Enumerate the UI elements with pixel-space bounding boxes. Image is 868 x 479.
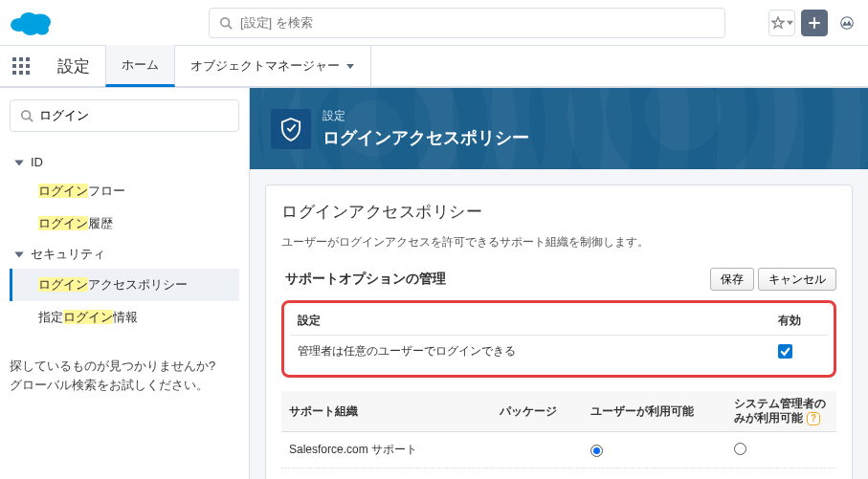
global-actions-button[interactable] <box>801 10 828 36</box>
svg-rect-19 <box>19 71 23 75</box>
app-launcher-icon[interactable] <box>0 45 42 87</box>
svg-rect-13 <box>19 57 23 61</box>
salesforce-logo <box>8 6 56 40</box>
svg-marker-7 <box>771 16 783 27</box>
chevron-down-icon <box>345 61 355 71</box>
svg-rect-17 <box>26 64 30 68</box>
svg-point-11 <box>841 16 854 29</box>
global-header <box>0 0 868 46</box>
main-panel: ログインアクセスポリシー ユーザーがログインアクセスを許可できるサポート組織を制… <box>265 185 853 479</box>
tree-item-login-access-policies[interactable]: ログインアクセスポリシー <box>10 269 239 301</box>
content-area: 設定 ログインアクセスポリシー ログインアクセスポリシー ユーザーがログインアク… <box>249 88 868 479</box>
col-user-available: ユーザーが利用可能 <box>583 391 726 432</box>
save-button[interactable]: 保存 <box>710 268 754 291</box>
svg-marker-24 <box>14 160 24 165</box>
chevron-down-icon <box>13 249 25 260</box>
quick-find-input[interactable] <box>39 109 229 123</box>
support-org-table: サポート組織 パッケージ ユーザーが利用可能 システム管理者のみが利用可能? S… <box>281 391 836 468</box>
svg-rect-16 <box>19 64 23 68</box>
trailhead-button[interactable] <box>834 10 860 36</box>
admin-login-checkbox[interactable] <box>778 344 792 359</box>
svg-marker-21 <box>346 64 354 69</box>
tab-object-manager[interactable]: オブジェクトマネージャー <box>175 45 371 87</box>
page-hero: 設定 ログインアクセスポリシー <box>250 88 868 169</box>
global-search-input[interactable] <box>240 15 715 30</box>
svg-rect-20 <box>26 71 30 75</box>
context-nav: 設定 ホーム オブジェクトマネージャー <box>0 46 868 88</box>
chevron-down-icon <box>13 157 25 168</box>
svg-line-6 <box>229 25 233 29</box>
tree-item-login-flows[interactable]: ログインフロー <box>10 175 239 207</box>
breadcrumb: 設定 <box>323 108 529 124</box>
svg-rect-18 <box>12 71 16 75</box>
favorites-button[interactable] <box>768 10 795 36</box>
org-name: Salesforce.com サポート <box>281 432 492 468</box>
sidebar-help-text: 探しているものが見つかりませんか? グローバル検索をお試しください。 <box>10 357 239 394</box>
help-icon[interactable]: ? <box>807 412 820 425</box>
svg-rect-15 <box>12 64 16 68</box>
col-enabled: 有効 <box>770 307 828 336</box>
tree-group-label: セキュリティ <box>31 246 105 263</box>
svg-point-22 <box>22 111 31 120</box>
svg-marker-25 <box>14 252 24 258</box>
svg-point-5 <box>221 17 230 26</box>
shield-icon <box>271 109 311 149</box>
settings-row: 管理者は任意のユーザーでログインできる <box>290 336 828 368</box>
svg-rect-12 <box>12 57 16 61</box>
tree-item-login-history[interactable]: ログイン履歴 <box>10 207 239 240</box>
tree-group-label: ID <box>31 155 43 169</box>
tree-group-security[interactable]: セキュリティ <box>10 240 239 269</box>
tab-home[interactable]: ホーム <box>105 45 175 87</box>
quick-find[interactable] <box>10 99 239 132</box>
col-package: パッケージ <box>492 391 583 432</box>
setup-tree: ID ログインフロー ログイン履歴 セキュリティ ログインアクセスポリシー 指定… <box>10 149 239 334</box>
setting-label: 管理者は任意のユーザーでログインできる <box>290 336 770 368</box>
settings-table-highlight: 設定 有効 管理者は任意のユーザーでログインできる <box>281 300 836 378</box>
svg-marker-8 <box>787 21 793 25</box>
cancel-button[interactable]: キャンセル <box>758 268 836 291</box>
search-icon <box>219 16 233 30</box>
global-search[interactable] <box>209 8 725 38</box>
radio-user-available[interactable] <box>590 445 603 457</box>
header-utility <box>768 10 860 36</box>
setup-sidebar: ID ログインフロー ログイン履歴 セキュリティ ログインアクセスポリシー 指定… <box>0 88 249 479</box>
col-support-org: サポート組織 <box>281 391 492 432</box>
panel-description: ユーザーがログインアクセスを許可できるサポート組織を制御します。 <box>281 234 836 250</box>
col-admin-only: システム管理者のみが利用可能? <box>726 391 836 432</box>
svg-rect-14 <box>26 57 30 61</box>
section-title-manage: サポートオプションの管理 <box>281 271 446 288</box>
tree-group-id[interactable]: ID <box>10 149 239 175</box>
svg-point-4 <box>35 24 49 34</box>
svg-line-23 <box>30 119 33 122</box>
panel-title: ログインアクセスポリシー <box>281 201 836 223</box>
page-title: ログインアクセスポリシー <box>323 126 529 149</box>
tree-item-named-credentials[interactable]: 指定ログイン情報 <box>10 301 239 334</box>
table-row: Salesforce.com サポート <box>281 432 836 468</box>
radio-admin-only[interactable] <box>734 443 746 455</box>
tab-object-manager-label: オブジェクトマネージャー <box>190 57 340 75</box>
search-icon <box>20 109 33 122</box>
context-name: 設定 <box>42 55 105 77</box>
col-setting: 設定 <box>290 307 770 336</box>
